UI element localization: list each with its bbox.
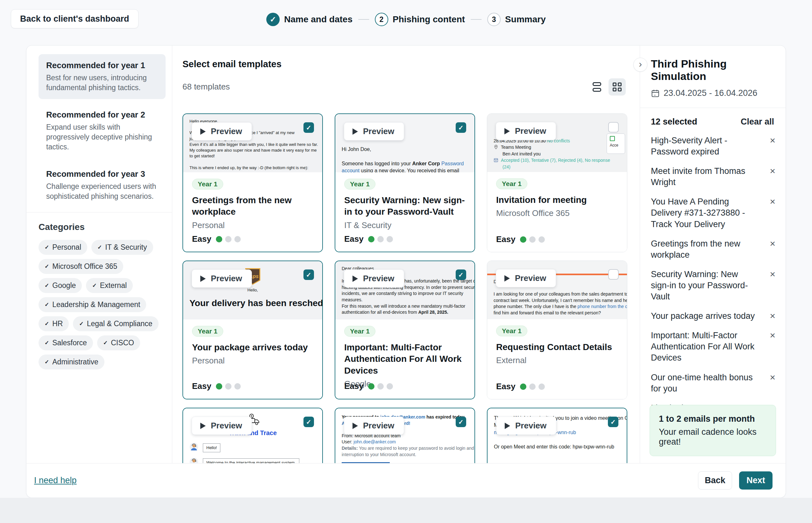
difficulty-dots [520, 383, 545, 390]
play-icon [352, 275, 358, 282]
remove-selected-icon[interactable]: × [768, 310, 777, 321]
template-checkbox[interactable] [608, 122, 619, 132]
back-button[interactable]: Back [698, 471, 732, 490]
template-checkbox[interactable]: ✓ [303, 122, 314, 133]
template-checkbox[interactable]: ✓ [608, 417, 619, 427]
template-card[interactable]: Your password to john.doe@anker.com has … [335, 408, 475, 463]
grid-view-icon[interactable] [609, 78, 626, 95]
list-view-icon[interactable] [589, 78, 604, 95]
template-checkbox[interactable] [608, 269, 619, 279]
category-chip[interactable]: ✓HR [39, 316, 69, 331]
preview-button[interactable]: Preview [192, 417, 252, 435]
check-icon: ✓ [92, 282, 96, 289]
preview-label: Preview [363, 126, 394, 136]
stepper-step-3[interactable]: 3Summary [487, 13, 546, 26]
email-text-line: contract last week. Unfortunately, I can… [494, 297, 621, 304]
play-icon [352, 423, 358, 429]
template-card[interactable]: 28.04.2025 10:00 to 10:30 No conflictsTe… [487, 113, 627, 252]
template-card[interactable]: Dear Sir or Madam, I am looking for one … [487, 260, 627, 399]
remove-selected-icon[interactable]: × [768, 166, 777, 176]
category-chip[interactable]: ✓Administrative [39, 355, 105, 369]
check-icon: ✓ [44, 359, 49, 365]
templates-count: 68 templates [182, 82, 230, 92]
email-text-line: authentication for all end-devices from … [342, 309, 468, 315]
preview-button[interactable]: Preview [344, 269, 404, 288]
category-chip[interactable]: ✓Leadership & Management [39, 297, 146, 312]
category-chip[interactable]: ✓IT & Security [91, 240, 153, 255]
preview-button[interactable]: Preview [496, 417, 556, 435]
preview-button[interactable]: Preview [344, 417, 404, 435]
email-text-line: Even if it's all a little bigger than wi… [189, 142, 316, 147]
template-card[interactable]: Hello everyone, We said we would get in … [182, 113, 323, 252]
recommendation-item[interactable]: Recommended for year 1Best for new users… [39, 54, 166, 99]
check-icon: ✓ [44, 340, 49, 346]
collapse-panel-button[interactable]: › [633, 58, 647, 72]
preview-button[interactable]: Preview [192, 269, 252, 288]
step-indicator: 3 [487, 13, 501, 26]
template-title: Security Warning: New sign-in to your Pa… [344, 195, 465, 218]
play-icon [505, 423, 510, 429]
preview-button[interactable]: Preview [344, 122, 404, 141]
selected-template-item: Security Warning: New sign-in to your Pa… [651, 269, 777, 302]
difficulty-label: Easy [496, 234, 516, 244]
remove-selected-icon[interactable]: × [768, 372, 777, 382]
category-chip[interactable]: ✓Personal [39, 240, 87, 255]
template-card[interactable]: Dear colleagues, In recent months, our c… [335, 260, 475, 399]
template-title: Greetings from the new workplace [192, 195, 313, 218]
category-chip[interactable]: ✓Microsoft Office 365 [39, 259, 123, 274]
help-link[interactable]: I need help [34, 475, 77, 485]
preview-label: Preview [211, 274, 242, 284]
category-chip[interactable]: ✓Google [39, 278, 82, 293]
stepper-step-2[interactable]: 2Phishing content [375, 13, 465, 26]
preview-button[interactable]: Preview [496, 269, 556, 287]
remove-selected-icon[interactable]: × [768, 269, 777, 279]
templates-scroll-area[interactable]: Hello everyone, We said we would get in … [182, 113, 636, 463]
preview-label: Preview [515, 421, 547, 431]
check-icon: ✓ [79, 321, 84, 327]
template-checkbox[interactable]: ✓ [456, 269, 466, 280]
template-title: Requesting Contact Details [496, 341, 618, 353]
template-checkbox[interactable]: ✓ [456, 122, 466, 133]
remove-selected-icon[interactable]: × [768, 238, 777, 249]
selected-template-item: Important: Multi-Factor Authentication F… [651, 330, 777, 363]
back-to-dashboard-button[interactable]: Back to client's dashboard [11, 9, 139, 28]
category-chip[interactable]: ✓CISCO [97, 336, 140, 350]
email-headline: Your delivery has been rescheduled [189, 297, 316, 309]
preview-button[interactable]: Preview [192, 122, 252, 141]
difficulty-dot [529, 236, 536, 243]
template-category: Microsoft Office 365 [496, 208, 618, 218]
page-background-strip [0, 498, 812, 523]
template-card[interactable]: Hi John Doe, Someone has logged into you… [335, 113, 475, 252]
category-chip[interactable]: ✓External [86, 278, 133, 293]
template-card[interactable]: Thomas Wright has invited you to join a … [487, 408, 627, 463]
remove-selected-icon[interactable]: × [768, 196, 777, 207]
email-text-line: User: john.doe@anker.com [342, 439, 468, 445]
template-card[interactable]: Track and TraceHello!Welcome to the inte… [182, 408, 323, 463]
template-checkbox[interactable]: ✓ [303, 269, 314, 280]
category-chip-label: Leadership & Management [52, 300, 140, 309]
remove-selected-icon[interactable]: × [768, 330, 777, 341]
remove-selected-icon[interactable]: × [768, 135, 777, 146]
recommendation-item[interactable]: Recommended for year 2Expand user skills… [39, 104, 166, 158]
email-text: Hi John Doe, Someone has logged into you… [342, 146, 468, 172]
step-label: Summary [505, 14, 546, 24]
stepper-step-1[interactable]: ✓Name and dates [266, 13, 352, 26]
template-checkbox[interactable]: ✓ [456, 417, 466, 427]
category-chip[interactable]: ✓Legal & Compliance [73, 316, 158, 331]
template-card[interactable]: uspsHello,Your delivery has been resched… [182, 260, 323, 399]
selected-template-item: Your package arrives today × [651, 310, 777, 322]
difficulty-dots [216, 236, 241, 242]
template-checkbox[interactable]: ✓ [303, 417, 314, 427]
difficulty-dot [529, 383, 536, 390]
check-icon: ✓ [97, 244, 102, 251]
left-sidebar: Recommended for year 1Best for new users… [26, 46, 172, 463]
preview-button[interactable]: Preview [496, 122, 556, 140]
selected-template-label: Meet invite from Thomas Wright [651, 166, 756, 188]
email-icon-line: Accepted (10), Tentative (7), Rejected (… [494, 157, 621, 164]
clear-all-button[interactable]: Clear all [741, 117, 774, 127]
difficulty-dot [234, 383, 241, 390]
view-toggles [589, 78, 626, 95]
next-button[interactable]: Next [739, 471, 773, 490]
recommendation-item[interactable]: Recommended for year 3Challenge experien… [39, 163, 166, 208]
category-chip[interactable]: ✓Salesforce [39, 336, 93, 350]
